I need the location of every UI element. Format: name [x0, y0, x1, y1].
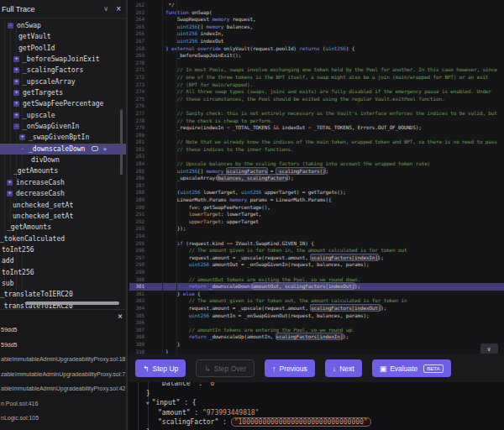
line-number[interactable]: 303 [129, 297, 144, 305]
line-number[interactable]: 302 [129, 291, 144, 298]
line-number[interactable]: 284 [129, 160, 144, 168]
trace-item[interactable]: add [0, 255, 128, 266]
line-number[interactable]: 293 [129, 225, 144, 233]
line-number[interactable]: 269 [129, 52, 144, 60]
line-number[interactable]: 281 [129, 139, 144, 146]
line-number[interactable]: 307 [129, 327, 144, 334]
line-number[interactable]: 298 [129, 261, 144, 269]
line-number[interactable]: 300 [129, 276, 144, 284]
line-number[interactable]: 279 [129, 124, 144, 132]
trace-item[interactable]: -_onSwapGivenIn [0, 121, 128, 132]
trace-item[interactable]: _tokenCalculated [0, 233, 128, 244]
add-comment-icon[interactable]: + [102, 145, 107, 153]
line-number[interactable]: 289 [129, 197, 144, 204]
line-number[interactable]: 283 [129, 153, 144, 160]
trace-item[interactable]: getVault [0, 31, 128, 42]
line-number[interactable]: 295 [129, 240, 144, 248]
line-number[interactable]: 278 [129, 118, 144, 125]
line-number[interactable]: 288 [129, 189, 144, 197]
trace-item[interactable]: -_downscaleDown+ [0, 144, 128, 155]
line-number[interactable]: 291 [129, 211, 144, 218]
expand-plus-icon[interactable]: + [13, 90, 19, 96]
trace-item[interactable]: +getTargets [0, 87, 128, 98]
expand-plus-icon[interactable]: + [13, 113, 19, 118]
stack-frame[interactable]: nLogic.sol:105 [0, 411, 128, 426]
trace-item[interactable]: +decreaseCash [0, 188, 128, 199]
line-number[interactable]: 263 [129, 9, 144, 17]
line-number[interactable]: 274 [129, 88, 144, 96]
line-number[interactable]: 287 [129, 182, 144, 190]
stack-frame[interactable]: ableImmutableAdminUpgradeabilityProxy.so… [0, 352, 128, 367]
line-number[interactable]: 262 [129, 2, 144, 9]
trace-item[interactable]: _getAmounts [0, 222, 128, 233]
trace-item[interactable]: _getAmounts [0, 165, 128, 176]
step-over-button[interactable]: ↳Step Over [196, 359, 255, 377]
line-number[interactable]: 270 [129, 60, 144, 67]
trace-item[interactable]: unchecked_setAt [0, 211, 128, 222]
expander-triangle-icon[interactable]: ▼ [146, 400, 150, 406]
collapse-minus-icon[interactable]: - [19, 146, 25, 152]
line-number[interactable]: 273 [129, 81, 144, 89]
stack-frame[interactable]: n Pool.sol:416 [0, 396, 128, 412]
expand-plus-icon[interactable]: + [7, 191, 13, 197]
evaluate-button[interactable]: ▣EvaluateBETA [372, 359, 451, 377]
line-number[interactable]: 275 [129, 96, 144, 103]
line-number[interactable]: 309 [129, 341, 144, 349]
line-number[interactable]: 268 [129, 45, 144, 53]
line-number[interactable]: 290 [129, 204, 144, 212]
line-number[interactable]: 277 [129, 110, 144, 118]
line-number[interactable]: 306 [129, 319, 144, 327]
collapse-minus-icon[interactable]: - [8, 23, 13, 29]
stack-frame[interactable]: zableImmutableAdminUpgradeabilityProxy.s… [0, 367, 128, 382]
expand-plus-icon[interactable]: + [13, 56, 19, 62]
trace-item[interactable]: toInt256 [0, 267, 128, 278]
line-number[interactable]: 308 [129, 333, 144, 341]
trace-item[interactable]: +increaseCash [0, 177, 128, 188]
step-up-button[interactable]: ↰Step Up [135, 359, 186, 377]
line-number[interactable]: 305 [129, 312, 144, 320]
line-number[interactable]: 276 [129, 102, 144, 110]
trace-item[interactable]: getPoolId [0, 43, 128, 54]
trace-item[interactable]: toInt256 [0, 244, 128, 255]
line-number[interactable]: 265 [129, 24, 144, 31]
line-number[interactable]: 299 [129, 269, 144, 276]
expand-plus-icon[interactable]: + [19, 134, 25, 140]
callstack-close-icon[interactable]: × [118, 312, 123, 321]
line-number[interactable]: 294 [129, 233, 144, 240]
line-number[interactable]: 272 [129, 74, 144, 81]
line-number[interactable]: 301 [129, 283, 144, 291]
next-button[interactable]: ↓Next [325, 359, 362, 377]
line-number[interactable]: 296 [129, 247, 144, 254]
chevron-down-icon[interactable]: ∨ [103, 5, 108, 13]
comment-bubble-icon[interactable] [92, 146, 98, 151]
line-number[interactable]: 264 [129, 16, 144, 24]
line-number[interactable]: 280 [129, 132, 144, 139]
expand-plus-icon[interactable]: + [13, 79, 19, 85]
line-number[interactable]: 304 [129, 305, 144, 312]
trace-item[interactable]: -onSwap [0, 20, 128, 31]
trace-item[interactable]: +_swapGivenBptIn [0, 132, 128, 143]
trace-vertical-scrollbar[interactable] [120, 109, 123, 175]
expand-plus-icon[interactable]: + [7, 180, 13, 186]
trace-item[interactable]: +_upscale [0, 110, 128, 121]
collapse-minus-icon[interactable]: - [13, 123, 19, 129]
line-number[interactable]: 297 [129, 254, 144, 262]
line-number[interactable]: 267 [129, 38, 144, 45]
line-number[interactable]: 285 [129, 168, 144, 176]
trace-item[interactable]: +_beforeSwapJoinExit [0, 54, 128, 65]
line-number[interactable]: 282 [129, 146, 144, 154]
trace-item[interactable]: +_scalingFactors [0, 65, 128, 76]
trace-item[interactable]: _translateToIERC20 [0, 289, 128, 300]
trace-item[interactable]: +getSwapFeePercentage [0, 98, 128, 109]
line-number[interactable]: 266 [129, 30, 144, 38]
trace-item[interactable]: divDown [0, 155, 128, 165]
trace-item[interactable]: +_upscaleArray [0, 76, 128, 87]
trace-item[interactable]: sub [0, 278, 128, 289]
expand-plus-icon[interactable]: + [13, 101, 19, 107]
line-number[interactable]: 286 [129, 175, 144, 182]
stack-frame[interactable]: ableImmutableAdminUpgradeabilityProxy.so… [0, 381, 128, 396]
close-icon[interactable]: × [116, 4, 121, 13]
stack-frame[interactable]: 59dd5 [0, 338, 128, 353]
line-number[interactable]: 271 [129, 66, 144, 74]
expand-plus-icon[interactable]: + [13, 67, 19, 73]
